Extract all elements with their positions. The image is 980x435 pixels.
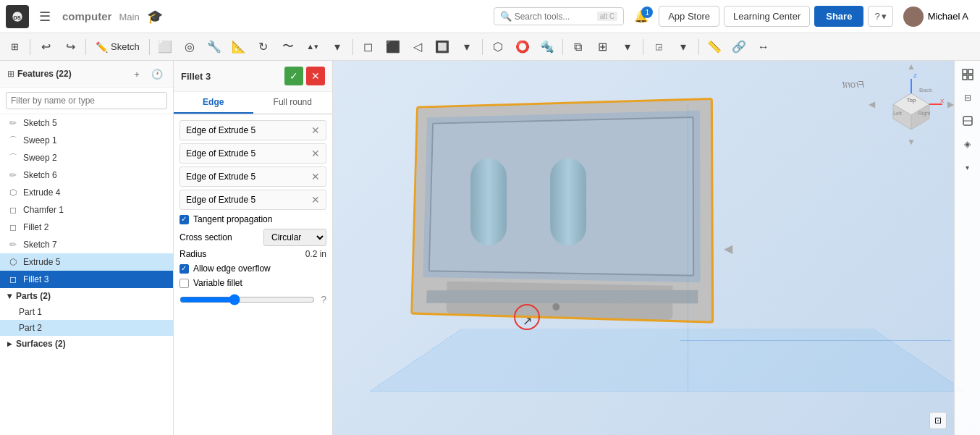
boolean-tool[interactable]: ⬡: [486, 36, 510, 58]
nav-right-arrow[interactable]: ▶: [947, 99, 954, 109]
feature-sweep2[interactable]: ⌒ Sweep 2: [0, 149, 173, 166]
part2-item[interactable]: Part 2: [0, 320, 173, 336]
thread-tool[interactable]: 🔩: [536, 36, 559, 58]
allow-edge-overflow-label: Allow edge overflow: [193, 263, 271, 274]
feature-chamfer1[interactable]: ◻ Chamfer 1: [0, 201, 173, 219]
rt-view-button[interactable]: [957, 64, 979, 85]
feature-sketch5[interactable]: ✏ Sketch 5: [0, 114, 173, 132]
tangent-propagation-option: Tangent propagation: [179, 214, 326, 224]
chevron-more-3[interactable]: ▾: [616, 36, 639, 58]
revolve-tool[interactable]: ↻: [252, 36, 275, 58]
transform-tool[interactable]: ↔: [752, 36, 775, 58]
fillet-body: Edge of Extrude 5 ✕ Edge of Extrude 5 ✕ …: [174, 114, 332, 435]
search-input[interactable]: [515, 12, 594, 22]
toolbar-grid-icon[interactable]: ⊞: [3, 36, 26, 58]
fillet-cancel-button[interactable]: ✕: [306, 67, 325, 85]
measure-tool[interactable]: 📏: [703, 36, 726, 58]
zoom-fit-button[interactable]: ⊡: [929, 412, 947, 429]
cross-section-row: Cross section Circular Conic Curvature: [179, 229, 326, 246]
help-button[interactable]: ? ▾: [868, 6, 892, 27]
search-bar[interactable]: 🔍 alt C: [494, 7, 625, 25]
chevron-more-4[interactable]: ▾: [672, 36, 695, 58]
rt-render-button[interactable]: ◈: [957, 133, 979, 155]
rt-display-button[interactable]: [957, 110, 979, 132]
extrude-tool[interactable]: 📐: [227, 36, 250, 58]
clock-icon[interactable]: 🕐: [148, 65, 166, 83]
shell-tool[interactable]: 🔲: [431, 36, 454, 58]
part1-item[interactable]: Part 1: [0, 304, 173, 320]
plane-tool[interactable]: ⬜: [153, 36, 177, 58]
surfaces-group[interactable]: ▸ Surfaces (2): [0, 336, 173, 352]
fillet-tool[interactable]: ◻: [357, 36, 380, 58]
sweep-tool[interactable]: 〜: [276, 36, 300, 58]
radius-label: Radius: [179, 249, 206, 259]
fillet-ok-button[interactable]: ✓: [284, 67, 303, 85]
feature-sweep1[interactable]: ⌒ Sweep 1: [0, 132, 173, 149]
mirror-tool[interactable]: ⧉: [567, 36, 590, 58]
edge-remove-2[interactable]: ✕: [311, 148, 320, 159]
rt-more-button[interactable]: ▾: [957, 156, 979, 178]
sketch-label: Sketch: [111, 41, 140, 52]
toolbar-separator-4: [352, 39, 353, 55]
feature-sketch7[interactable]: ✏ Sketch 7: [0, 236, 173, 253]
learning-center-button[interactable]: Learning Center: [724, 6, 810, 27]
user-area[interactable]: Michael A: [897, 4, 974, 30]
nav-down-arrow[interactable]: ▼: [907, 137, 916, 147]
tangent-propagation-checkbox[interactable]: [179, 215, 189, 224]
notifications-button[interactable]: 🔔 1: [628, 5, 654, 28]
chevron-more-1[interactable]: ▾: [326, 36, 349, 58]
cross-section-select[interactable]: Circular Conic Curvature: [263, 229, 326, 246]
allow-edge-overflow-option: Allow edge overflow: [179, 263, 326, 274]
app-store-button[interactable]: App Store: [659, 6, 719, 27]
feature-fillet3[interactable]: ◻ Fillet 3: [0, 271, 173, 288]
nav-cube-svg: Top Left Right Back Z X: [879, 72, 944, 137]
loft-tool[interactable]: ▲▾: [301, 36, 324, 58]
panel-header: ⊞ Features (22) + 🕐: [0, 61, 173, 88]
left-nav-arrow[interactable]: ◀: [724, 241, 732, 255]
help-icon[interactable]: ?: [321, 294, 326, 305]
cross-section-label: Cross section: [179, 232, 232, 242]
tab-full-round[interactable]: Full round: [253, 92, 333, 114]
rt-section-button[interactable]: ⊟: [957, 87, 979, 109]
feature-extrude4[interactable]: ⬡ Extrude 4: [0, 184, 173, 201]
share-button[interactable]: Share: [814, 6, 863, 27]
hole-tool[interactable]: ⭕: [511, 36, 534, 58]
filter-input[interactable]: [6, 92, 167, 109]
add-feature-button[interactable]: +: [128, 65, 145, 83]
graduation-cap-icon: 🎓: [147, 9, 163, 25]
tab-edge[interactable]: Edge: [174, 92, 253, 114]
monitor-shape: [405, 101, 709, 318]
hamburger-icon[interactable]: ☰: [36, 6, 54, 28]
mate-tool[interactable]: 🔗: [727, 36, 751, 58]
feature-fillet2[interactable]: ◻ Fillet 2: [0, 219, 173, 236]
draft-tool[interactable]: ◁: [406, 36, 429, 58]
pattern-tool[interactable]: ⊞: [591, 36, 614, 58]
circle-tool[interactable]: ◎: [178, 36, 201, 58]
toolbar-separator-8: [698, 39, 699, 55]
fillet-header: Fillet 3 ✓ ✕: [174, 61, 332, 92]
sketch-button[interactable]: ✏️ Sketch: [90, 38, 145, 56]
surface-tool[interactable]: ◲: [647, 36, 670, 58]
undo-button[interactable]: ↩: [34, 36, 57, 58]
chevron-more-2[interactable]: ▾: [455, 36, 478, 58]
wrench-tool[interactable]: 🔧: [203, 36, 226, 58]
allow-edge-overflow-checkbox[interactable]: [179, 264, 189, 274]
feature-extrude5[interactable]: ⬡ Extrude 5: [0, 253, 173, 271]
nav-cube[interactable]: Top Left Right Back Z X ▲ ▼ ◀ ▶: [879, 72, 944, 137]
parts-group[interactable]: ▾ Parts (2): [0, 288, 173, 304]
chamfer-tool[interactable]: ⬛: [381, 36, 405, 58]
edge-item-3: Edge of Extrude 5 ✕: [179, 166, 326, 187]
nav-left-arrow[interactable]: ◀: [869, 99, 875, 109]
radius-slider[interactable]: [179, 294, 315, 305]
sketch-icon-6: ✏: [7, 169, 19, 181]
user-avatar: [903, 7, 924, 27]
edge-remove-4[interactable]: ✕: [311, 194, 320, 206]
redo-button[interactable]: ↪: [59, 36, 82, 58]
edge-remove-3[interactable]: ✕: [311, 171, 320, 182]
onshape-logo[interactable]: os: [6, 5, 29, 28]
edge-remove-1[interactable]: ✕: [311, 124, 320, 136]
viewport[interactable]: ◀ Front ↗ Top Left Right Back Z: [333, 61, 980, 435]
variable-fillet-checkbox[interactable]: [179, 279, 189, 288]
nav-up-arrow[interactable]: ▲: [907, 62, 916, 72]
feature-sketch6[interactable]: ✏ Sketch 6: [0, 166, 173, 184]
